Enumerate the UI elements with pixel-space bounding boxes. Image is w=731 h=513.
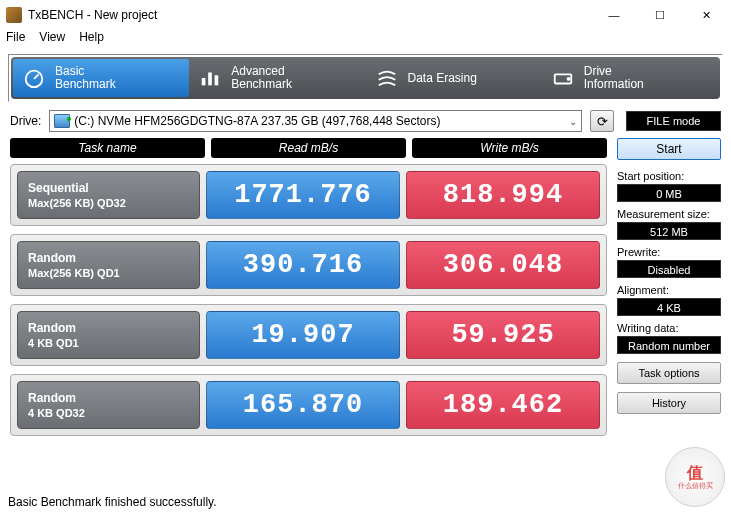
minimize-button[interactable]: — [591,0,637,30]
write-value: 306.048 [406,241,600,289]
svg-rect-1 [202,78,206,85]
benchmark-row: Random4 KB QD32165.870189.462 [10,374,607,436]
prewrite-value[interactable]: Disabled [617,260,721,278]
drive-label: Drive: [10,114,41,128]
svg-rect-3 [215,75,219,85]
write-value: 189.462 [406,381,600,429]
disk-icon [54,114,70,128]
task-name-cell[interactable]: Random4 KB QD32 [17,381,200,429]
tab-advanced-benchmark[interactable]: Advanced Benchmark [189,59,365,97]
header-task: Task name [10,138,205,158]
svg-point-5 [567,78,569,80]
drive-select[interactable]: (C:) NVMe HFM256GDGTNG-87A 237.35 GB (49… [49,110,582,132]
reload-icon: ⟳ [597,114,608,129]
app-icon [6,7,22,23]
read-value: 1771.776 [206,171,400,219]
prewrite-label: Prewrite: [617,246,721,258]
reload-button[interactable]: ⟳ [590,110,614,132]
task-line1: Sequential [28,180,189,196]
benchmark-row: Random4 KB QD119.90759.925 [10,304,607,366]
tab-data-erasing[interactable]: Data Erasing [366,59,542,97]
writing-data-label: Writing data: [617,322,721,334]
tab-basic-benchmark[interactable]: Basic Benchmark [13,59,189,97]
watermark: 值 什么值得买 [665,447,725,507]
task-name-cell[interactable]: RandomMax(256 KB) QD1 [17,241,200,289]
tab-drive-information[interactable]: Drive Information [542,59,718,97]
task-options-button[interactable]: Task options [617,362,721,384]
gauge-icon [23,67,45,89]
drive-icon [552,67,574,89]
status-text: Basic Benchmark finished successfully. [8,495,217,509]
svg-rect-2 [208,73,212,86]
bars-icon [199,67,221,89]
history-button[interactable]: History [617,392,721,414]
task-line2: 4 KB QD32 [28,406,189,421]
close-button[interactable]: ✕ [683,0,729,30]
menu-view[interactable]: View [39,30,65,50]
alignment-label: Alignment: [617,284,721,296]
erase-icon [376,67,398,89]
task-name-cell[interactable]: SequentialMax(256 KB) QD32 [17,171,200,219]
start-button[interactable]: Start [617,138,721,160]
chevron-down-icon: ⌄ [569,116,577,127]
measurement-size-value[interactable]: 512 MB [617,222,721,240]
menu-help[interactable]: Help [79,30,104,50]
alignment-value[interactable]: 4 KB [617,298,721,316]
menu-file[interactable]: File [6,30,25,50]
start-position-value[interactable]: 0 MB [617,184,721,202]
task-line1: Random [28,320,189,336]
write-value: 818.994 [406,171,600,219]
measurement-size-label: Measurement size: [617,208,721,220]
benchmark-row: RandomMax(256 KB) QD1390.716306.048 [10,234,607,296]
read-value: 390.716 [206,241,400,289]
header-read: Read mB/s [211,138,406,158]
task-line1: Random [28,390,189,406]
file-mode-indicator[interactable]: FILE mode [626,111,721,131]
main-tabs: Basic Benchmark Advanced Benchmark Data … [11,57,720,99]
writing-data-value[interactable]: Random number [617,336,721,354]
header-write: Write mB/s [412,138,607,158]
task-line2: 4 KB QD1 [28,336,189,351]
write-value: 59.925 [406,311,600,359]
start-position-label: Start position: [617,170,721,182]
read-value: 19.907 [206,311,400,359]
maximize-button[interactable]: ☐ [637,0,683,30]
task-line1: Random [28,250,189,266]
task-line2: Max(256 KB) QD1 [28,266,189,281]
window-title: TxBENCH - New project [28,8,591,22]
benchmark-row: SequentialMax(256 KB) QD321771.776818.99… [10,164,607,226]
task-name-cell[interactable]: Random4 KB QD1 [17,311,200,359]
read-value: 165.870 [206,381,400,429]
task-line2: Max(256 KB) QD32 [28,196,189,211]
